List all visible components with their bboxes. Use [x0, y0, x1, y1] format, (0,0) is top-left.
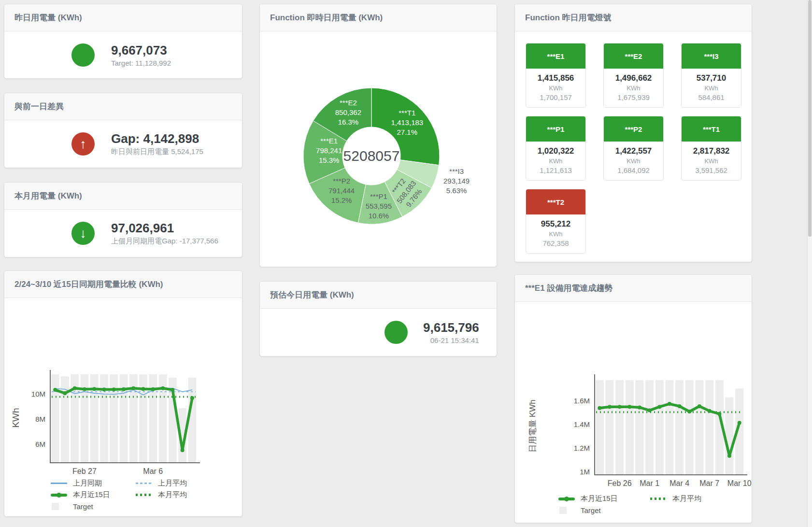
legend-item-dots[interactable]: 本月平均	[136, 490, 217, 499]
legend-label: 本月近15日	[73, 490, 110, 499]
tile-target-value: 762,358	[527, 239, 584, 247]
card-today-estimate: 預估今日用電量 (KWh) 9,615,796 06-21 15:34:41	[259, 281, 497, 356]
svg-text:Feb 27: Feb 27	[72, 467, 97, 475]
tile-unit: KWh	[605, 157, 662, 165]
tile-body: 537,710KWh584,861	[682, 69, 741, 107]
tile-unit: KWh	[527, 230, 584, 238]
card-body: ↓ 97,026,961 上個月同期用電Gap: -17,377,566	[4, 210, 242, 257]
legend-item-thick[interactable]: 本月近15日	[558, 494, 646, 503]
card-body: 9,615,796 06-21 15:34:41	[260, 309, 497, 356]
month-usage-value: 97,026,961	[111, 221, 218, 236]
legend-label: 本月平均	[672, 494, 701, 503]
card-body: ***E11,415,856KWh1,700,157***E21,496,662…	[515, 31, 752, 262]
signal-tile-E2[interactable]: ***E21,496,662KWh1,675,939	[603, 43, 664, 108]
tile-target-value: 3,591,562	[683, 166, 740, 174]
legend-label: 上月同期	[73, 479, 102, 488]
card-body: 6M8M10MFeb 27Mar 6KWh 上月同期上月平均本月近15日本月平均…	[4, 298, 242, 517]
signal-tile-T1[interactable]: ***T12,817,832KWh3,591,562	[681, 116, 741, 181]
card-body: 9,667,073 Target: 11,128,992	[4, 31, 242, 79]
tile-body: 955,212KWh762,358	[526, 214, 585, 253]
card-title: Function 即時日用電量 (KWh)	[260, 4, 497, 31]
tile-unit: KWh	[683, 85, 740, 92]
thick-swatch-icon	[558, 498, 575, 500]
legend-label: Target	[581, 506, 601, 514]
dots-swatch-icon	[136, 494, 152, 496]
tile-label: ***T1	[682, 116, 741, 142]
arrow-up-icon: ↑	[71, 132, 95, 156]
tile-label: ***E1	[526, 43, 585, 69]
signal-tile-I3[interactable]: ***I3537,710KWh584,861	[681, 43, 741, 108]
tile-unit: KWh	[683, 157, 740, 165]
signal-tiles: ***E11,415,856KWh1,700,157***E21,496,662…	[515, 31, 752, 262]
tile-label: ***E2	[604, 43, 663, 69]
card-function-realtime-usage: Function 即時日用電量 (KWh) ***T11,413,18327.1…	[259, 4, 497, 267]
svg-text:Mar 6: Mar 6	[143, 467, 163, 475]
svg-text:6M: 6M	[35, 440, 45, 448]
scrollbar-thumb[interactable]	[808, 0, 812, 237]
donut-chart: ***T11,413,18327.1%***I3293,1495.63%***T…	[260, 31, 497, 267]
svg-text:1M: 1M	[580, 468, 590, 476]
card-title: 本月用電量 (KWh)	[4, 183, 242, 210]
svg-text:1.6M: 1.6M	[574, 397, 590, 405]
card-title: 昨日用電量 (KWh)	[4, 4, 242, 31]
svg-text:8M: 8M	[35, 415, 45, 423]
yesterday-usage-target: Target: 11,128,992	[111, 59, 171, 67]
gap-value: Gap: 4,142,898	[111, 131, 203, 146]
tile-label: ***T2	[526, 189, 585, 214]
comparison-chart: 6M8M10MFeb 27Mar 6KWh	[4, 298, 242, 477]
legend-item-dots[interactable]: 本月平均	[650, 494, 727, 503]
legend-item-box[interactable]: Target	[558, 506, 646, 515]
tile-label: ***P2	[604, 116, 663, 142]
tile-value: 1,422,557	[605, 146, 662, 156]
thick-swatch-icon	[51, 494, 67, 497]
tile-body: 2,817,832KWh3,591,562	[682, 142, 741, 180]
svg-text:Mar 7: Mar 7	[699, 479, 719, 487]
line-swatch-icon	[51, 483, 67, 484]
tile-target-value: 1,121,613	[527, 166, 584, 174]
legend-item-dash[interactable]: 上月平均	[136, 479, 217, 488]
tile-value: 955,212	[527, 219, 584, 229]
card-title: ***E1 設備用電達成趨勢	[515, 275, 752, 302]
signal-tile-T2[interactable]: ***T2955,212KWh762,358	[526, 189, 586, 254]
card-15day-comparison: 2/24~3/10 近15日同期用電量比較 (KWh) 6M8M10MFeb 2…	[4, 271, 242, 517]
svg-text:Mar 4: Mar 4	[670, 479, 689, 487]
tile-value: 2,817,832	[683, 146, 740, 156]
box-swatch-icon	[51, 503, 67, 510]
tile-target-value: 584,861	[683, 93, 740, 101]
tile-value: 1,020,322	[527, 146, 584, 156]
signal-tile-E1[interactable]: ***E11,415,856KWh1,700,157	[526, 43, 586, 108]
dots-swatch-icon	[650, 498, 667, 500]
e1-trend-legend: 本月近15日本月平均Target	[558, 494, 727, 515]
tile-target-value: 1,700,157	[527, 93, 584, 101]
status-circle-green-icon	[71, 43, 95, 67]
tile-target-value: 1,675,939	[605, 93, 662, 101]
tile-value: 1,415,856	[527, 73, 584, 83]
card-body: 1M1.2M1.4M1.6MFeb 26Mar 1Mar 4Mar 7Mar 1…	[515, 302, 752, 523]
tile-unit: KWh	[527, 85, 584, 92]
svg-text:KWh: KWh	[11, 408, 21, 427]
signal-tile-P2[interactable]: ***P21,422,557KWh1,684,092	[603, 116, 664, 181]
svg-text:1.2M: 1.2M	[574, 444, 590, 452]
legend-item-box[interactable]: Target	[51, 502, 132, 511]
card-title: Function 昨日用電燈號	[515, 4, 752, 31]
tile-body: 1,496,662KWh1,675,939	[604, 69, 663, 107]
status-circle-green-icon	[385, 321, 408, 344]
legend-item-thick[interactable]: 本月近15日	[51, 490, 132, 499]
tile-body: 1,422,557KWh1,684,092	[604, 142, 663, 180]
box-swatch-icon	[558, 507, 575, 514]
signal-tile-P1[interactable]: ***P11,020,322KWh1,121,613	[526, 116, 586, 181]
tile-unit: KWh	[605, 85, 662, 92]
card-e1-trend: ***E1 設備用電達成趨勢 1M1.2M1.4M1.6MFeb 26Mar 1…	[514, 274, 752, 523]
legend-item-line[interactable]: 上月同期	[51, 479, 132, 488]
svg-text:***I3293,1495.63%: ***I3293,1495.63%	[443, 167, 470, 195]
page-scrollbar[interactable]	[807, 0, 812, 527]
card-title: 與前一日差異	[4, 93, 242, 120]
tile-unit: KWh	[527, 157, 584, 165]
month-usage-gap: 上個月同期用電Gap: -17,377,566	[111, 237, 218, 246]
svg-text:Feb 26: Feb 26	[608, 479, 632, 487]
svg-text:1.4M: 1.4M	[574, 420, 590, 428]
legend-label: 上月平均	[158, 479, 187, 488]
tile-label: ***I3	[682, 43, 741, 69]
card-title: 預估今日用電量 (KWh)	[260, 282, 497, 309]
card-body: ***T11,413,18327.1%***I3293,1495.63%***T…	[260, 31, 497, 267]
